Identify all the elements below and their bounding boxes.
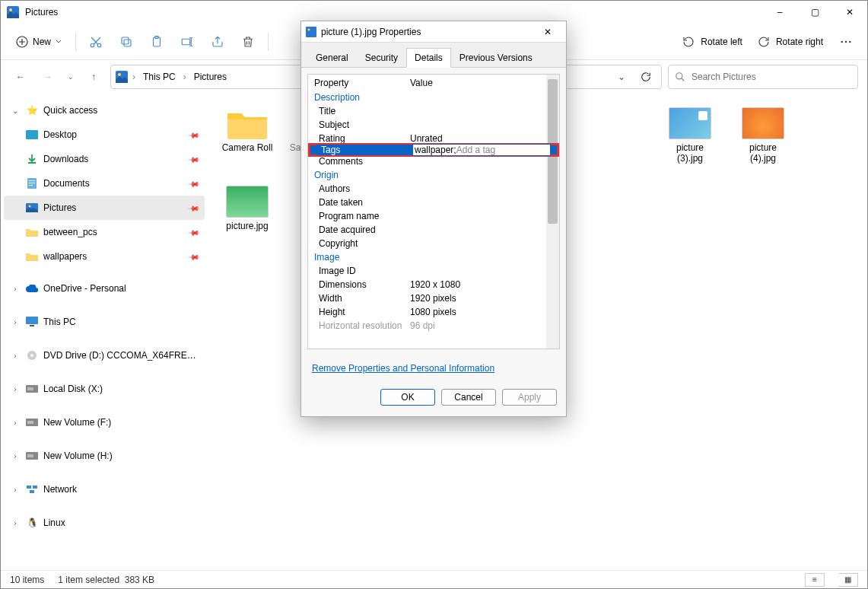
- chevron-right-icon[interactable]: ›: [10, 452, 21, 460]
- chevron-right-icon[interactable]: ›: [10, 318, 21, 326]
- svg-rect-40: [306, 27, 316, 37]
- tab-previous-versions[interactable]: Previous Versions: [451, 48, 541, 68]
- svg-rect-23: [26, 317, 38, 324]
- svg-rect-35: [30, 490, 34, 493]
- rotate-right-button[interactable]: Rotate right: [750, 31, 831, 53]
- delete-button[interactable]: [233, 28, 263, 56]
- sidebar-newvolume-h[interactable]: ›New Volume (H:): [4, 444, 205, 468]
- prop-subject[interactable]: Subject: [308, 118, 559, 132]
- sidebar-network[interactable]: ›Network: [4, 477, 205, 501]
- disc-icon: [25, 349, 39, 362]
- sidebar-newvolume-f[interactable]: ›New Volume (F:): [4, 410, 205, 435]
- crumb-thispc[interactable]: This PC: [140, 69, 179, 84]
- more-button[interactable]: [831, 28, 861, 56]
- tab-details[interactable]: Details: [406, 48, 451, 68]
- tab-general[interactable]: General: [307, 48, 357, 68]
- chevron-right-icon[interactable]: ›: [131, 72, 137, 82]
- prop-dimensions[interactable]: Dimensions1920 x 1080: [308, 278, 559, 291]
- sidebar-downloads[interactable]: Downloads📌: [4, 147, 205, 171]
- sidebar-onedrive[interactable]: ›OneDrive - Personal: [4, 276, 205, 301]
- sidebar-pictures[interactable]: Pictures📌: [4, 196, 205, 220]
- svg-point-4: [97, 43, 101, 47]
- new-button[interactable]: New: [7, 31, 71, 53]
- file-picture-3[interactable]: picture (3).jpg: [661, 104, 719, 167]
- forward-button[interactable]: →: [37, 66, 59, 88]
- chevron-down-icon[interactable]: ⌄: [10, 107, 21, 115]
- refresh-button[interactable]: [635, 66, 657, 88]
- svg-point-41: [308, 28, 310, 30]
- monitor-icon: [25, 315, 39, 329]
- sidebar-between-pcs[interactable]: between_pcs📌: [4, 220, 205, 244]
- sidebar-documents[interactable]: Documents📌: [4, 171, 205, 196]
- pin-icon: 📌: [188, 177, 200, 189]
- minimize-button[interactable]: –: [762, 1, 797, 24]
- remove-properties-link[interactable]: Remove Properties and Personal Informati…: [301, 355, 566, 381]
- sidebar-dvd[interactable]: ›DVD Drive (D:) CCCOMA_X64FRE_EN-US: [4, 343, 205, 368]
- prop-program-name[interactable]: Program name: [308, 209, 559, 223]
- sidebar-thispc[interactable]: ›This PC: [4, 310, 205, 334]
- search-input[interactable]: [692, 72, 851, 82]
- share-button[interactable]: [202, 28, 233, 56]
- sidebar-wallpapers[interactable]: wallpapers📌: [4, 244, 205, 269]
- chevron-right-icon[interactable]: ›: [10, 486, 21, 494]
- recent-dropdown[interactable]: ⌄: [65, 66, 77, 88]
- pictures-icon: [25, 201, 39, 215]
- chevron-right-icon[interactable]: ›: [10, 519, 21, 527]
- maximize-button[interactable]: ▢: [797, 1, 832, 24]
- prop-date-acquired[interactable]: Date acquired: [308, 223, 559, 237]
- paste-button[interactable]: [141, 28, 172, 56]
- properties-list: Property Value Description Title Subject…: [307, 74, 560, 349]
- address-dropdown[interactable]: ⌄: [611, 66, 632, 88]
- sidebar-localdisk-x[interactable]: ›Local Disk (X:): [4, 377, 205, 401]
- document-icon: [25, 177, 39, 190]
- prop-tags[interactable]: Tags wallpaper; Add a tag: [308, 143, 559, 157]
- section-image: Image: [308, 250, 559, 264]
- file-picture-4[interactable]: picture (4).jpg: [734, 104, 792, 167]
- scrollbar[interactable]: [546, 75, 559, 349]
- pin-icon: 📌: [188, 129, 200, 141]
- folder-camera-roll[interactable]: Camera Roll: [218, 104, 276, 167]
- tab-security[interactable]: Security: [357, 48, 406, 68]
- svg-rect-20: [29, 185, 33, 186]
- rename-button[interactable]: [172, 28, 202, 56]
- apply-button[interactable]: Apply: [502, 389, 557, 406]
- file-picture-jpg[interactable]: picture.jpg: [218, 183, 276, 239]
- chevron-right-icon[interactable]: ›: [10, 352, 21, 360]
- rotate-left-button[interactable]: Rotate left: [675, 31, 750, 53]
- chevron-right-icon[interactable]: ›: [10, 285, 21, 293]
- prop-height[interactable]: Height1080 pixels: [308, 305, 559, 319]
- prop-horizontal-resolution[interactable]: Horizontal resolution96 dpi: [308, 319, 559, 333]
- up-button[interactable]: ↑: [83, 66, 104, 88]
- sidebar-linux[interactable]: ›🐧Linux: [4, 511, 205, 535]
- prop-copyright[interactable]: Copyright: [308, 237, 559, 250]
- prop-image-id[interactable]: Image ID: [308, 264, 559, 278]
- back-button[interactable]: ←: [10, 66, 31, 88]
- search-box[interactable]: [668, 65, 858, 89]
- sidebar-desktop[interactable]: Desktop📌: [4, 123, 205, 147]
- tags-input[interactable]: wallpaper; Add a tag: [412, 144, 551, 156]
- thumbnails-view-button[interactable]: ▦: [838, 573, 858, 587]
- close-button[interactable]: ✕: [832, 1, 867, 24]
- image-thumbnail: [742, 107, 784, 139]
- properties-header: Property Value: [308, 75, 559, 91]
- chevron-right-icon[interactable]: ›: [10, 385, 21, 393]
- prop-authors[interactable]: Authors: [308, 182, 559, 196]
- ok-button[interactable]: OK: [380, 389, 435, 406]
- svg-rect-33: [27, 486, 31, 489]
- cut-button[interactable]: [81, 28, 111, 56]
- cancel-button[interactable]: Cancel: [441, 389, 496, 406]
- chevron-right-icon[interactable]: ›: [182, 72, 188, 82]
- dialog-close-button[interactable]: ✕: [534, 21, 561, 43]
- copy-button[interactable]: [111, 28, 141, 56]
- prop-width[interactable]: Width1920 pixels: [308, 291, 559, 305]
- details-view-button[interactable]: ≡: [805, 573, 825, 587]
- prop-date-taken[interactable]: Date taken: [308, 196, 559, 209]
- dialog-titlebar[interactable]: picture (1).jpg Properties ✕: [301, 21, 566, 43]
- svg-rect-24: [30, 325, 34, 326]
- sidebar-quick-access[interactable]: ⌄ ⭐ Quick access: [4, 98, 205, 123]
- prop-title[interactable]: Title: [308, 104, 559, 118]
- status-selection: 1 item selected 383 KB: [58, 575, 154, 585]
- chevron-right-icon[interactable]: ›: [10, 419, 21, 427]
- crumb-pictures[interactable]: Pictures: [191, 69, 230, 84]
- properties-dialog: picture (1).jpg Properties ✕ General Sec…: [300, 21, 567, 417]
